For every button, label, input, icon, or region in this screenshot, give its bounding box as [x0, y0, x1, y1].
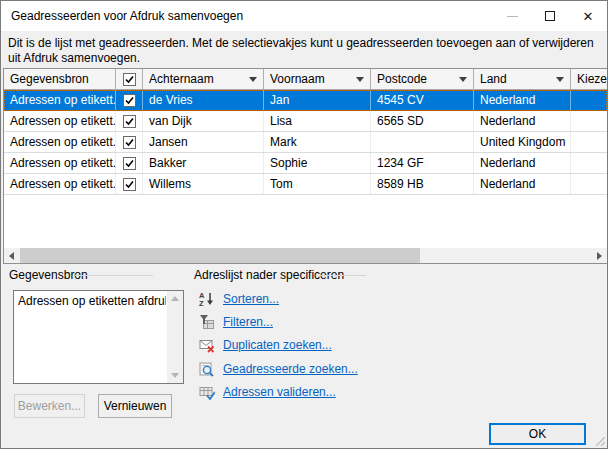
check-icon	[125, 75, 134, 84]
row-checkbox[interactable]	[123, 115, 136, 128]
find-recipient-link-row: Geadresseerde zoeken...	[199, 360, 358, 377]
cell-postcode: 6565 SD	[371, 111, 474, 131]
column-header-firstname[interactable]: Voornaam	[264, 69, 371, 89]
titlebar: Geadresseerden voor Afdruk samenvoegen ✕	[1, 1, 607, 31]
table-row[interactable]: Adressen op etikett... Bakker Sophie 123…	[4, 153, 607, 174]
vertical-scrollbar[interactable]	[167, 291, 183, 383]
cell-firstname: Lisa	[264, 111, 371, 131]
table-row[interactable]: Adressen op etikett... Jansen Mark Unite…	[4, 132, 607, 153]
cell-source: Adressen op etikett...	[4, 132, 116, 152]
column-header-label: Achternaam	[149, 72, 214, 86]
find-duplicates-icon	[199, 337, 215, 353]
validate-addresses-link[interactable]: Adressen valideren...	[223, 385, 336, 399]
scroll-left-button[interactable]	[4, 248, 19, 263]
find-duplicates-link[interactable]: Duplicaten zoeken...	[223, 338, 332, 352]
cell-checkbox	[116, 174, 143, 194]
row-checkbox[interactable]	[123, 178, 136, 191]
validate-addresses-icon	[199, 384, 215, 400]
cell-country: Nederland	[474, 90, 571, 110]
column-header-country[interactable]: Land	[474, 69, 571, 89]
column-header-lastname[interactable]: Achternaam	[143, 69, 264, 89]
scroll-up-button[interactable]	[167, 291, 183, 306]
resize-grip[interactable]	[594, 435, 605, 446]
cell-country: United Kingdom	[474, 132, 571, 152]
arrow-down-icon	[171, 373, 179, 378]
sort-arrow-icon[interactable]	[556, 77, 564, 82]
filter-link[interactable]: Filteren...	[223, 315, 273, 329]
sort-az-icon: AZ	[199, 291, 215, 307]
row-checkbox[interactable]	[123, 157, 136, 170]
scroll-right-button[interactable]	[592, 248, 607, 263]
arrow-right-icon	[597, 252, 602, 260]
table-row[interactable]: Adressen op etikett... Willems Tom 8589 …	[4, 174, 607, 195]
sort-link[interactable]: Sorteren...	[223, 292, 279, 306]
find-recipient-icon	[199, 361, 215, 377]
horizontal-scrollbar-thumb[interactable]	[20, 248, 420, 263]
close-icon: ✕	[583, 10, 594, 23]
row-checkbox[interactable]	[123, 94, 136, 107]
filter-link-row: Filteren...	[199, 313, 273, 330]
column-header-choose[interactable]: Kieze	[571, 69, 607, 89]
cell-postcode: 4545 CV	[371, 90, 474, 110]
group-divider	[75, 275, 153, 276]
cell-firstname: Sophie	[264, 153, 371, 173]
ok-button[interactable]: OK	[489, 423, 586, 445]
recipients-table: Gegevensbron Achternaam Voornaam Postcod…	[3, 68, 607, 264]
check-icon	[125, 138, 134, 147]
cell-lastname: Bakker	[143, 153, 264, 173]
arrow-left-icon	[9, 252, 14, 260]
svg-text:Z: Z	[199, 299, 204, 307]
sort-arrow-icon[interactable]	[356, 77, 364, 82]
sort-arrow-icon[interactable]	[249, 77, 257, 82]
cell-postcode: 1234 GF	[371, 153, 474, 173]
cell-lastname: de Vries	[143, 90, 264, 110]
cell-source: Adressen op etikett...	[4, 174, 116, 194]
filter-icon	[199, 314, 215, 330]
mail-merge-recipients-dialog: Geadresseerden voor Afdruk samenvoegen ✕…	[0, 0, 608, 449]
cell-postcode: 8589 HB	[371, 174, 474, 194]
cell-checkbox	[116, 132, 143, 152]
cell-firstname: Jan	[264, 90, 371, 110]
table-row[interactable]: Adressen op etikett... de Vries Jan 4545…	[4, 90, 607, 111]
datasource-listbox[interactable]: Adressen op etiketten afdruk	[13, 290, 184, 384]
check-icon	[125, 117, 134, 126]
sort-link-row: AZ Sorteren...	[199, 290, 279, 307]
find-recipient-link[interactable]: Geadresseerde zoeken...	[223, 362, 358, 376]
check-icon	[125, 96, 134, 105]
column-header-postcode[interactable]: Postcode	[371, 69, 474, 89]
refresh-button[interactable]: Vernieuwen	[98, 394, 172, 418]
group-divider	[319, 275, 366, 276]
cell-source: Adressen op etikett...	[4, 111, 116, 131]
cell-checkbox	[116, 153, 143, 173]
validate-addresses-link-row: Adressen valideren...	[199, 383, 336, 400]
horizontal-scrollbar[interactable]	[4, 248, 607, 263]
maximize-button[interactable]	[531, 1, 569, 31]
scroll-down-button[interactable]	[167, 368, 183, 383]
cell-country: Nederland	[474, 174, 571, 194]
edit-button: Bewerken...	[14, 394, 85, 418]
cell-choose	[571, 111, 607, 131]
cell-country: Nederland	[474, 153, 571, 173]
cell-choose	[571, 153, 607, 173]
maximize-icon	[545, 11, 555, 21]
column-header-source[interactable]: Gegevensbron	[4, 69, 116, 89]
row-checkbox[interactable]	[123, 136, 136, 149]
cell-postcode	[371, 132, 474, 152]
minimize-icon	[507, 16, 518, 17]
sort-arrow-icon[interactable]	[459, 77, 467, 82]
table-row[interactable]: Adressen op etikett... van Dijk Lisa 656…	[4, 111, 607, 132]
select-all-checkbox[interactable]	[123, 73, 136, 86]
column-header-label: Postcode	[377, 72, 427, 86]
window-controls: ✕	[493, 1, 607, 31]
arrow-up-icon	[171, 296, 179, 301]
cell-choose	[571, 90, 607, 110]
column-header-label: Land	[480, 72, 507, 86]
check-icon	[125, 180, 134, 189]
close-button[interactable]: ✕	[569, 1, 607, 31]
cell-country: Nederland	[474, 111, 571, 131]
datasource-list-item[interactable]: Adressen op etiketten afdruk	[14, 291, 166, 311]
column-header-checkbox[interactable]	[116, 69, 143, 89]
cell-lastname: Jansen	[143, 132, 264, 152]
cell-lastname: van Dijk	[143, 111, 264, 131]
cell-source: Adressen op etikett...	[4, 153, 116, 173]
